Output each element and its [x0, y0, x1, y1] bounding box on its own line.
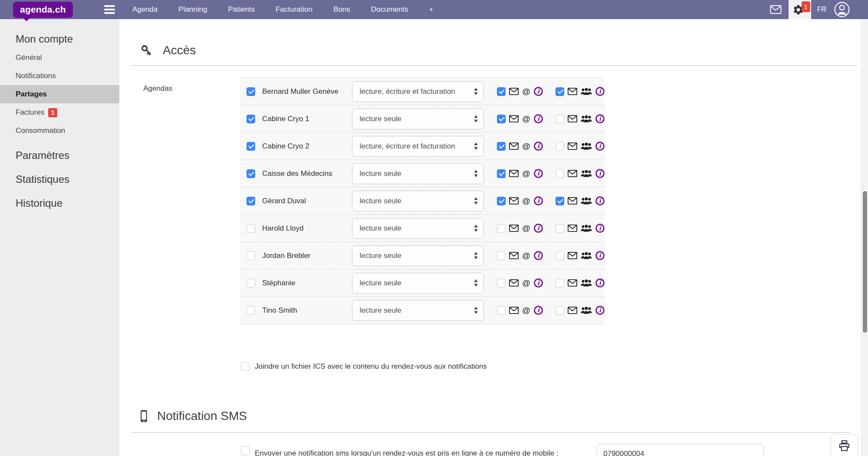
agenda-enabled-checkbox[interactable] — [247, 87, 255, 96]
nav-item-add[interactable]: + — [429, 5, 434, 14]
permission-select[interactable]: lecture seule — [352, 273, 483, 294]
sidebar-section-statistiques[interactable]: Statistiques — [0, 170, 119, 189]
vertical-scrollbar[interactable] — [861, 19, 868, 456]
logo[interactable]: agenda.ch — [13, 2, 73, 18]
info-icon[interactable]: i — [595, 196, 605, 205]
email-notification-checkbox[interactable] — [497, 87, 506, 96]
language-selector[interactable]: FR — [817, 6, 826, 13]
sms-checkbox[interactable] — [241, 446, 250, 455]
envelope-icon — [509, 197, 519, 205]
at-icon: @ — [522, 197, 530, 205]
permission-select[interactable]: lecture seule — [352, 163, 483, 184]
hamburger-menu-icon[interactable] — [104, 5, 115, 14]
info-icon[interactable]: i — [595, 251, 605, 260]
group-notification-checkbox[interactable] — [556, 115, 564, 123]
email-notification-checkbox[interactable] — [497, 306, 506, 315]
info-icon[interactable]: i — [534, 169, 543, 178]
info-icon[interactable]: i — [595, 306, 605, 315]
info-icon[interactable]: i — [534, 306, 543, 315]
envelope-icon — [509, 279, 519, 287]
info-icon[interactable]: i — [595, 114, 605, 123]
permission-select[interactable]: lecture, écriture et facturation — [352, 81, 483, 102]
agenda-enabled-checkbox[interactable] — [247, 251, 255, 260]
agenda-enabled-checkbox[interactable] — [247, 115, 255, 123]
email-notification-checkbox[interactable] — [497, 115, 506, 123]
permission-select[interactable]: lecture seule — [352, 245, 483, 266]
ics-checkbox-label: Joindre un fichier ICS avec le contenu d… — [255, 362, 487, 371]
section-divider — [131, 65, 858, 66]
settings-button[interactable]: 1 — [789, 0, 811, 19]
info-icon[interactable]: i — [534, 278, 543, 287]
permission-select[interactable]: lecture seule — [352, 300, 483, 321]
print-button[interactable] — [831, 434, 858, 456]
permission-value: lecture seule — [359, 306, 401, 315]
sidebar-item-consommation[interactable]: Consommation — [0, 122, 119, 140]
sidebar-section-mon-compte[interactable]: Mon compte — [0, 30, 119, 49]
messages-envelope-icon[interactable] — [770, 5, 782, 14]
email-notification-checkbox[interactable] — [497, 224, 506, 233]
envelope-icon — [509, 307, 519, 314]
info-icon[interactable]: i — [534, 87, 543, 96]
info-icon[interactable]: i — [534, 142, 543, 151]
sms-section-header: Notification SMS — [140, 409, 247, 423]
people-icon — [581, 224, 592, 232]
nav-item-facturation[interactable]: Facturation — [276, 5, 312, 14]
scrollbar-thumb[interactable] — [863, 191, 867, 333]
group-notification-checkbox[interactable] — [556, 279, 564, 287]
group-notification-checkbox[interactable] — [556, 197, 564, 205]
sidebar-item-factures[interactable]: Factures1 — [0, 103, 119, 122]
info-icon[interactable]: i — [534, 114, 543, 123]
ics-checkbox[interactable] — [241, 362, 250, 371]
info-icon[interactable]: i — [595, 142, 605, 151]
sidebar-item-partages[interactable]: Partages — [0, 85, 119, 103]
group-notification-checkbox[interactable] — [556, 169, 564, 178]
at-icon: @ — [522, 87, 530, 96]
agenda-enabled-checkbox[interactable] — [247, 279, 255, 287]
sms-checkbox-label: Envoyer une notification sms lorsqu'un r… — [255, 449, 559, 456]
permission-select[interactable]: lecture seule — [352, 109, 483, 129]
info-icon[interactable]: i — [595, 278, 605, 287]
nav-item-agenda[interactable]: Agenda — [132, 5, 158, 14]
sidebar-section-historique[interactable]: Historique — [0, 194, 119, 213]
info-icon[interactable]: i — [595, 169, 605, 178]
info-icon[interactable]: i — [534, 224, 543, 233]
permission-select[interactable]: lecture seule — [352, 218, 483, 239]
agendas-label: Agendas — [143, 84, 172, 93]
permission-select[interactable]: lecture seule — [352, 191, 483, 211]
email-notification-checkbox[interactable] — [497, 251, 506, 260]
group-notification-checkbox[interactable] — [556, 251, 564, 260]
group-notification-checkbox[interactable] — [556, 142, 564, 151]
nav-item-documents[interactable]: Documents — [371, 5, 408, 14]
at-icon: @ — [522, 224, 530, 232]
group-notification-checkbox[interactable] — [556, 87, 564, 96]
agenda-enabled-checkbox[interactable] — [247, 197, 255, 205]
group-notification-group: i — [556, 87, 605, 96]
nav-item-planning[interactable]: Planning — [178, 5, 207, 14]
sidebar-item-notifications[interactable]: Notifications — [0, 67, 119, 85]
email-notification-checkbox[interactable] — [497, 197, 506, 205]
agenda-enabled-checkbox[interactable] — [247, 306, 255, 315]
agenda-enabled-checkbox[interactable] — [247, 142, 255, 151]
info-icon[interactable]: i — [595, 224, 605, 233]
email-notification-checkbox[interactable] — [497, 142, 506, 151]
select-spinner-icon — [473, 307, 478, 314]
email-notification-checkbox[interactable] — [497, 169, 506, 178]
group-notification-checkbox[interactable] — [556, 306, 564, 315]
info-icon[interactable]: i — [534, 251, 543, 260]
sidebar-item-general[interactable]: Général — [0, 49, 119, 67]
permission-value: lecture, écriture et facturation — [359, 87, 455, 96]
email-notification-checkbox[interactable] — [497, 279, 506, 287]
nav-item-bons[interactable]: Bons — [333, 5, 350, 14]
sidebar-section-parametres[interactable]: Paramètres — [0, 146, 119, 165]
agenda-enabled-checkbox[interactable] — [247, 224, 255, 233]
nav-item-patients[interactable]: Patients — [228, 5, 254, 14]
printer-icon — [839, 440, 850, 451]
agenda-enabled-checkbox[interactable] — [247, 169, 255, 178]
mobile-number-input[interactable] — [597, 444, 764, 456]
permission-select[interactable]: lecture, écriture et facturation — [352, 136, 483, 157]
settings-notification-badge: 1 — [802, 1, 810, 12]
user-circle-icon[interactable] — [834, 2, 850, 17]
info-icon[interactable]: i — [595, 87, 605, 96]
info-icon[interactable]: i — [534, 196, 543, 205]
group-notification-checkbox[interactable] — [556, 224, 564, 233]
